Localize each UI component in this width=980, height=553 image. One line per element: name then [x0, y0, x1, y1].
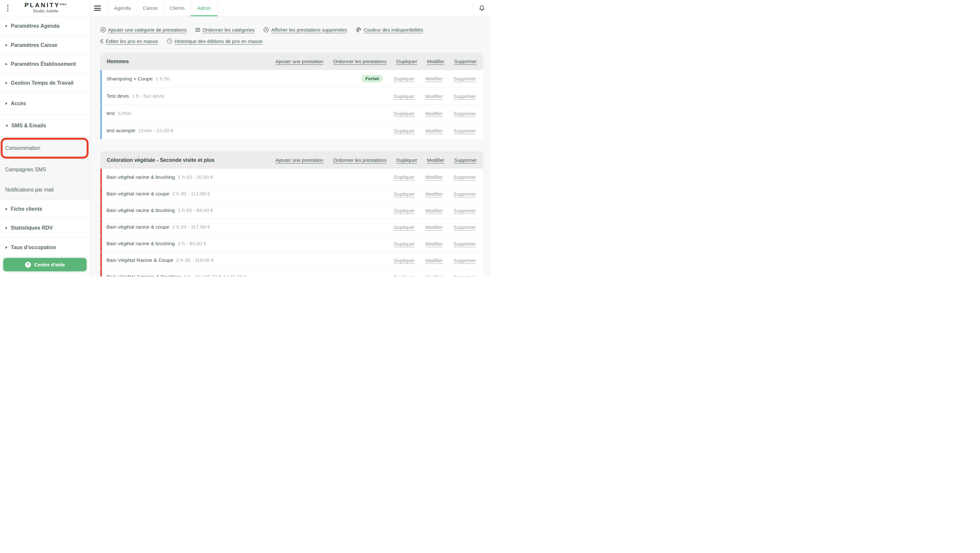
add-category-link[interactable]: Ajouter une catégorie de prestations	[100, 27, 186, 33]
hamburger-menu-icon[interactable]	[94, 6, 101, 11]
unavailability-color-link[interactable]: Couleur des indisponibilités	[356, 27, 423, 33]
category-actions: Ajouter une prestation Ordonner les pres…	[275, 157, 477, 163]
duplicate-category-link[interactable]: Dupliquer	[396, 59, 417, 64]
notification-bell-icon[interactable]	[478, 4, 486, 12]
modify-row-link[interactable]: Modifier	[425, 111, 442, 116]
prestation-row: Bain végétal racine & coupe 2 h 25 - 117…	[100, 218, 483, 235]
top-bar: PLANITYPRO Studio Julette Agenda Caisse …	[0, 0, 490, 16]
sidebar-item-statistiques-rdv[interactable]: Statistiques RDV	[0, 218, 90, 238]
sidebar-item-parametres-agenda[interactable]: Paramètres Agenda	[0, 16, 90, 36]
sidebar-item-label: Taux d'occupation	[11, 245, 56, 250]
help-center-button[interactable]: ? Centre d'aide	[3, 258, 87, 271]
modify-row-link[interactable]: Modifier	[425, 241, 442, 247]
delete-category-link[interactable]: Supprimer	[454, 157, 477, 163]
tab-caisse[interactable]: Caisse	[137, 0, 164, 16]
prestation-name: Bain Végétal Racine & Coupe	[107, 257, 173, 263]
duplicate-row-link[interactable]: Dupliquer	[394, 258, 414, 263]
add-prestation-link[interactable]: Ajouter une prestation	[275, 59, 323, 64]
modify-category-link[interactable]: Modifier	[427, 59, 444, 64]
tab-admin[interactable]: Admin	[191, 0, 218, 16]
sidebar-item-label: Accès	[11, 100, 26, 107]
chevron-icon	[6, 246, 8, 249]
prestation-detail: 1 h 55 - 20,00 €	[178, 174, 213, 180]
show-deleted-link[interactable]: Afficher les prestations supprimées	[263, 27, 347, 33]
bulk-edit-prices-link[interactable]: € Éditer les prix en masse	[100, 38, 158, 44]
modify-row-link[interactable]: Modifier	[425, 208, 442, 213]
delete-row-link[interactable]: Supprimer	[453, 76, 476, 81]
delete-row-link[interactable]: Supprimer	[453, 174, 476, 180]
delete-row-link[interactable]: Supprimer	[453, 111, 476, 116]
modify-row-link[interactable]: Modifier	[425, 174, 442, 180]
chevron-icon	[6, 102, 8, 105]
prestation-detail: 1 h 50	[156, 76, 170, 82]
modify-row-link[interactable]: Modifier	[425, 128, 442, 134]
prestation-name: Shampoing + Coupe	[107, 76, 153, 82]
sidebar-item-parametres-etablissement[interactable]: Paramètres Établissement	[0, 55, 90, 73]
modify-row-link[interactable]: Modifier	[425, 76, 442, 81]
sidebar-item-sms-emails[interactable]: SMS & Emails	[0, 115, 90, 137]
prestation-detail: 2 h 30 - 119,00 €	[176, 257, 214, 263]
modify-row-link[interactable]: Modifier	[425, 274, 442, 277]
order-prestations-link[interactable]: Ordonner les prestations	[333, 59, 387, 64]
duplicate-row-link[interactable]: Dupliquer	[394, 208, 414, 213]
delete-row-link[interactable]: Supprimer	[453, 208, 476, 213]
modify-row-link[interactable]: Modifier	[425, 191, 442, 197]
prestation-row: Shampoing + Coupe 1 h 50 Forfait Dupliqu…	[100, 70, 483, 87]
modify-category-link[interactable]: Modifier	[427, 157, 444, 163]
prestation-rows: Bain végétal racine & brushing 1 h 55 - …	[100, 169, 483, 276]
modify-row-link[interactable]: Modifier	[425, 258, 442, 263]
duplicate-row-link[interactable]: Dupliquer	[394, 225, 414, 230]
prestation-detail: 2 h 25 - 117,00 €	[172, 224, 210, 230]
duplicate-row-link[interactable]: Dupliquer	[394, 174, 414, 180]
duplicate-row-link[interactable]: Dupliquer	[394, 94, 414, 99]
add-category-label: Ajouter une catégorie de prestations	[108, 27, 186, 33]
duplicate-row-link[interactable]: Dupliquer	[394, 191, 414, 197]
add-prestation-link[interactable]: Ajouter une prestation	[275, 157, 323, 163]
duplicate-row-link[interactable]: Dupliquer	[394, 76, 414, 81]
duplicate-category-link[interactable]: Dupliquer	[396, 157, 417, 163]
tab-clients[interactable]: Clients	[164, 0, 191, 16]
help-center-label: Centre d'aide	[34, 262, 65, 268]
delete-category-link[interactable]: Supprimer	[454, 59, 477, 64]
prestation-detail: 2 h - 93,00 €	[178, 241, 206, 247]
sidebar-item-gestion-temps-de-travail[interactable]: Gestion Temps de Travail	[0, 73, 90, 92]
modify-row-link[interactable]: Modifier	[425, 94, 442, 99]
tab-agenda[interactable]: Agenda	[108, 0, 137, 16]
delete-row-link[interactable]: Supprimer	[453, 258, 476, 263]
prestation-name: Bain végétal racine & brushing	[107, 174, 175, 180]
prestation-name: Bain végétal racine & coupe	[107, 224, 169, 230]
sidebar-item-taux-d-occupation[interactable]: Taux d'occupation	[0, 238, 90, 257]
euro-icon: €	[100, 38, 103, 44]
delete-row-link[interactable]: Supprimer	[453, 191, 476, 197]
sidebar-item-acces[interactable]: Accès	[0, 92, 90, 115]
delete-row-link[interactable]: Supprimer	[453, 241, 476, 247]
sidebar-item-label: Notifications par mail	[5, 187, 54, 193]
price-edit-history-link[interactable]: Historique des éditions de prix en masse	[167, 38, 262, 44]
delete-row-link[interactable]: Supprimer	[453, 128, 476, 134]
prestation-name: test acompte	[107, 127, 135, 134]
brand-pro-label: PRO	[60, 3, 67, 6]
prestation-row: Bain Végétal Racine & Coupe 2 h 30 - 119…	[100, 252, 483, 268]
category-section-hommes: Hommes Ajouter une prestation Ordonner l…	[100, 53, 483, 139]
order-categories-link[interactable]: Ordonner les catégories	[195, 27, 255, 33]
duplicate-row-link[interactable]: Dupliquer	[394, 128, 414, 134]
sidebar-item-campagnes-sms[interactable]: Campagnes SMS	[0, 159, 90, 180]
delete-row-link[interactable]: Supprimer	[453, 225, 476, 230]
duplicate-row-link[interactable]: Dupliquer	[394, 274, 414, 277]
forfait-badge: Forfait	[361, 75, 383, 82]
kebab-menu-icon[interactable]	[6, 4, 10, 13]
sidebar-item-notifications-par-mail[interactable]: Notifications par mail	[0, 180, 90, 200]
sidebar-item-fiche-clients[interactable]: Fiche clients	[0, 200, 90, 218]
duplicate-row-link[interactable]: Dupliquer	[394, 111, 414, 116]
prestation-name: test	[107, 110, 115, 116]
modify-row-link[interactable]: Modifier	[425, 225, 442, 230]
duplicate-row-link[interactable]: Dupliquer	[394, 241, 414, 247]
delete-row-link[interactable]: Supprimer	[453, 274, 476, 277]
chevron-icon	[6, 227, 8, 229]
delete-row-link[interactable]: Supprimer	[453, 94, 476, 99]
order-prestations-link[interactable]: Ordonner les prestations	[333, 157, 387, 163]
chevron-icon	[6, 208, 8, 210]
sidebar-item-parametres-caisse[interactable]: Paramètres Caisse	[0, 36, 90, 55]
sidebar-item-consommation[interactable]: Consommation	[0, 137, 90, 159]
prestation-row: test 12min Dupliquer Modifier Supprimer	[100, 105, 483, 122]
